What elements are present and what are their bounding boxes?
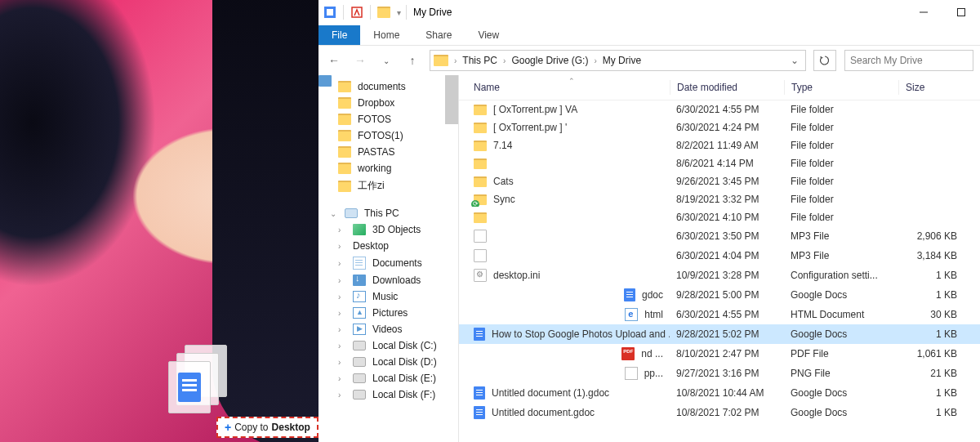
maximize-button[interactable] xyxy=(942,0,980,25)
column-name[interactable]: Name⌃ xyxy=(467,80,670,95)
recent-dropdown-icon[interactable]: ⌄ xyxy=(377,51,395,69)
sidebar-item[interactable]: 工作zi xyxy=(318,176,458,195)
minimize-button[interactable] xyxy=(905,0,942,25)
window-title: My Drive xyxy=(410,7,905,18)
file-row[interactable]: 7.14 8/2/2021 11:49 AM File folder xyxy=(459,136,980,154)
column-size[interactable]: Size xyxy=(898,80,964,95)
sidebar-item-label: Pictures xyxy=(372,307,408,319)
caret-icon[interactable]: › xyxy=(338,325,346,334)
folder-icon xyxy=(338,114,351,125)
caret-icon[interactable]: › xyxy=(338,292,346,301)
file-date: 6/30/2021 4:55 PM xyxy=(670,102,784,117)
file-size xyxy=(898,216,964,219)
file-row[interactable]: Sync 8/19/2021 3:32 PM File folder xyxy=(459,190,980,208)
scrollbar-thumb[interactable] xyxy=(445,75,458,124)
tab-view[interactable]: View xyxy=(465,25,512,45)
sidebar-item[interactable]: ›Local Disk (D:) xyxy=(318,354,458,370)
caret-icon[interactable]: › xyxy=(338,259,346,268)
sidebar-item[interactable]: ›Local Disk (E:) xyxy=(318,370,458,386)
caret-icon[interactable]: › xyxy=(338,242,346,251)
drag-ghost-files[interactable] xyxy=(168,345,250,426)
file-row[interactable]: 6/30/2021 4:04 PM MP3 File 3,184 KB xyxy=(459,246,980,266)
chevron-right-icon[interactable]: › xyxy=(452,56,459,65)
breadcrumb[interactable]: Google Drive (G:) xyxy=(510,55,590,66)
caret-icon[interactable]: › xyxy=(338,391,346,400)
file-date: 6/30/2021 4:24 PM xyxy=(670,120,784,135)
sidebar-item[interactable]: ›Local Disk (F:) xyxy=(318,386,458,403)
sidebar-item[interactable]: working xyxy=(318,160,458,176)
tab-file[interactable]: File xyxy=(318,25,360,45)
sidebar-item[interactable]: ›Local Disk (C:) xyxy=(318,337,458,354)
sidebar-item[interactable]: ›Music xyxy=(318,288,458,305)
caret-icon[interactable]: › xyxy=(338,309,346,318)
sidebar-this-pc[interactable]: ⌄ This PC xyxy=(318,205,458,221)
sidebar-item[interactable]: PASTAS xyxy=(318,144,458,160)
sidebar-item-label: This PC xyxy=(364,208,399,219)
file-name-cell xyxy=(467,157,670,171)
address-dropdown-icon[interactable]: ⌄ xyxy=(787,55,802,66)
file-name-cell: 7.14 xyxy=(467,138,670,153)
caret-icon[interactable]: › xyxy=(338,276,346,285)
caret-icon[interactable]: › xyxy=(338,358,346,367)
file-row[interactable]: Cats 9/26/2021 3:45 PM File folder xyxy=(459,172,980,190)
ribbon-tabs: File Home Share View xyxy=(318,25,980,46)
file-ghost xyxy=(168,361,211,413)
file-row[interactable]: desktop.ini 10/9/2021 3:28 PM Configurat… xyxy=(459,266,980,285)
file-name-cell: Untitled document (1).gdoc xyxy=(467,385,670,401)
file-row[interactable]: nd ... 8/10/2021 2:47 PM PDF File 1,061 … xyxy=(459,344,980,364)
tab-share[interactable]: Share xyxy=(412,25,465,45)
file-row[interactable]: 6/30/2021 4:10 PM File folder xyxy=(459,208,980,226)
back-button[interactable]: ← xyxy=(325,51,343,69)
caret-icon[interactable]: › xyxy=(338,342,346,350)
file-name-cell: Untitled document.gdoc xyxy=(467,404,670,421)
sidebar-item[interactable]: documents xyxy=(318,78,458,95)
file-row[interactable]: [ OxTorrent.pw ] ' 6/30/2021 4:24 PM Fil… xyxy=(459,118,980,136)
tab-home[interactable]: Home xyxy=(360,25,412,45)
title-bar[interactable]: ▾ My Drive xyxy=(318,0,980,25)
qa-dropdown-icon[interactable]: ▾ xyxy=(397,8,401,17)
navigation-pane[interactable]: documentsDropboxFOTOSFOTOS(1)PASTASworki… xyxy=(318,75,459,442)
file-row[interactable]: [ OxTorrent.pw ] VA 6/30/2021 4:55 PM Fi… xyxy=(459,100,980,118)
sidebar-item[interactable]: FOTOS(1) xyxy=(318,127,458,144)
breadcrumb[interactable]: This PC xyxy=(461,55,499,66)
file-row[interactable]: 8/6/2021 4:14 PM File folder xyxy=(459,154,980,172)
column-type[interactable]: Type xyxy=(784,80,898,95)
caret-icon[interactable]: › xyxy=(338,225,346,234)
properties-icon[interactable] xyxy=(349,4,365,20)
sidebar-item[interactable]: ›Downloads xyxy=(318,272,458,288)
file-row[interactable]: Untitled document (1).gdoc 10/8/2021 10:… xyxy=(459,383,980,403)
file-row[interactable]: How to Stop Google Photos Upload and ...… xyxy=(459,324,980,344)
sidebar-item[interactable]: ›3D Objects xyxy=(318,221,458,238)
up-button[interactable]: ↑ xyxy=(403,51,421,69)
file-name: 7.14 xyxy=(493,140,512,151)
file-row[interactable]: html 6/30/2021 4:55 PM HTML Document 30 … xyxy=(459,305,980,324)
breadcrumb[interactable]: My Drive xyxy=(601,55,643,66)
file-row[interactable]: pp... 9/27/2021 3:16 PM PNG File 21 KB xyxy=(459,364,980,383)
file-date: 8/10/2021 2:47 PM xyxy=(670,346,784,361)
app-icon[interactable] xyxy=(322,4,338,20)
search-input[interactable]: Search My Drive xyxy=(844,50,973,71)
address-bar[interactable]: › This PC › Google Drive (G:) › My Drive… xyxy=(430,50,806,71)
chevron-right-icon[interactable]: › xyxy=(501,56,508,65)
caret-icon[interactable]: ⌄ xyxy=(330,209,338,218)
chevron-right-icon[interactable]: › xyxy=(591,56,599,65)
caret-icon[interactable]: › xyxy=(338,374,346,383)
sidebar-item[interactable]: ›Documents xyxy=(318,254,458,272)
sidebar-item[interactable]: ›Pictures xyxy=(318,305,458,321)
forward-button[interactable]: → xyxy=(351,51,369,69)
file-type: PNG File xyxy=(784,366,898,381)
column-date[interactable]: Date modified xyxy=(670,80,784,95)
file-row[interactable]: Untitled document.gdoc 10/8/2021 7:02 PM… xyxy=(459,403,980,422)
file-size xyxy=(898,144,964,147)
sidebar-item[interactable]: ›Videos xyxy=(318,321,458,337)
file-row[interactable]: gdoc 9/28/2021 5:00 PM Google Docs 1 KB xyxy=(459,285,980,305)
gdoc-icon xyxy=(474,328,485,341)
sidebar-item[interactable]: Dropbox xyxy=(318,95,458,111)
file-row[interactable]: 6/30/2021 3:50 PM MP3 File 2,906 KB xyxy=(459,226,980,246)
sidebar-item[interactable]: FOTOS xyxy=(318,111,458,127)
file-type: File folder xyxy=(784,120,898,135)
file-type: File folder xyxy=(784,192,898,207)
refresh-button[interactable] xyxy=(813,50,836,71)
file-list[interactable]: Name⌃ Date modified Type Size [ OxTorren… xyxy=(459,75,980,442)
sidebar-item[interactable]: ›Desktop xyxy=(318,238,458,254)
